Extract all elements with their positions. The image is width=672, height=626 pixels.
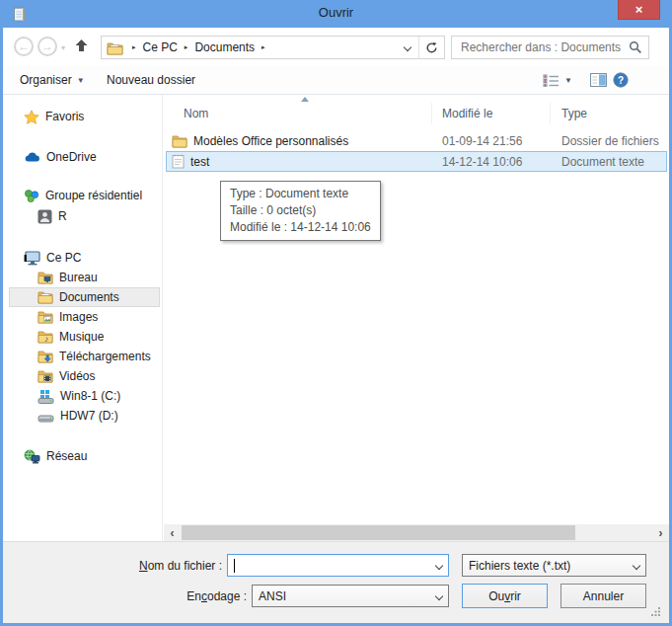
downloads-folder-icon: [37, 350, 53, 363]
encoding-select[interactable]: ANSI: [252, 585, 449, 607]
chevron-down-icon: [632, 561, 639, 569]
pictures-folder-icon: [37, 310, 53, 324]
scrollbar-thumb[interactable]: [182, 525, 575, 540]
horizontal-scrollbar[interactable]: ‹ ›: [164, 524, 669, 541]
sidebar-item-onedrive[interactable]: OneDrive: [3, 147, 162, 167]
back-button[interactable]: ←: [14, 37, 34, 56]
new-folder-button[interactable]: Nouveau dossier: [101, 66, 201, 94]
resize-grip-icon[interactable]: [650, 606, 661, 617]
sidebar-item-label: Groupe résidentiel: [45, 189, 142, 202]
file-name: Modèles Office personnalisés: [193, 134, 348, 148]
cancel-button-label: Annuler: [583, 589, 624, 603]
sidebar-item-drive-c[interactable]: Win8-1 (C:): [3, 386, 162, 406]
breadcrumb: ▸ Ce PC ▸ Documents ▸: [101, 36, 445, 59]
text-file-icon: [172, 154, 185, 169]
desktop-folder-icon: [37, 271, 53, 284]
sidebar-item-documents[interactable]: Documents: [9, 287, 160, 307]
filetype-dropdown-button[interactable]: [627, 563, 645, 569]
text-cursor: [234, 559, 235, 573]
star-icon: [24, 110, 39, 124]
close-button[interactable]: ×: [618, 0, 660, 20]
sidebar-item-ce-pc[interactable]: Ce PC: [3, 248, 162, 268]
filetype-value: Fichiers texte (*.txt): [469, 559, 570, 573]
sidebar-item-favoris[interactable]: Favoris: [3, 107, 162, 126]
search-icon[interactable]: [629, 40, 642, 54]
sidebar-item-images[interactable]: Images: [3, 307, 162, 327]
sidebar-item-user-r[interactable]: R: [3, 206, 162, 226]
sidebar-item-videos[interactable]: Vidéos: [3, 366, 162, 386]
sidebar-item-musique[interactable]: ♪ Musique: [3, 327, 162, 347]
search-input[interactable]: [461, 40, 629, 54]
change-view-button[interactable]: ▼: [537, 66, 578, 94]
file-type: Document texte: [551, 155, 666, 169]
column-header-row: Nom Modifié le Type: [164, 103, 669, 124]
homegroup-icon: [24, 189, 39, 203]
breadcrumb-item-documents[interactable]: Documents: [194, 40, 255, 54]
scroll-right-arrow[interactable]: ›: [652, 524, 669, 541]
details-view-icon: [543, 74, 560, 87]
address-dropdown-button[interactable]: [397, 37, 418, 58]
navigation-bar: ← → ▾ ▸ Ce PC ▸ Documents ▸: [3, 28, 669, 66]
refresh-button[interactable]: [419, 37, 444, 58]
dialog-footer: Nom du fichier : Fichiers texte (*.txt) …: [3, 541, 669, 623]
sidebar-item-label: Ce PC: [46, 251, 81, 265]
sidebar-item-reseau[interactable]: Réseau: [3, 446, 162, 466]
breadcrumb-separator: ▸: [132, 43, 136, 51]
forward-button[interactable]: →: [37, 37, 57, 56]
documents-folder-icon: [37, 290, 53, 304]
filename-input[interactable]: [227, 554, 449, 577]
chevron-down-icon: [434, 561, 442, 569]
chevron-down-icon: ▼: [564, 76, 572, 85]
column-header-modifie-le[interactable]: Modifié le: [432, 103, 551, 124]
filename-label: Nom du fichier :: [3, 559, 222, 573]
breadcrumb-separator: ▸: [185, 43, 188, 51]
column-header-type[interactable]: Type: [551, 103, 669, 124]
cloud-icon: [24, 151, 40, 163]
organize-label: Organiser: [20, 73, 72, 87]
file-list-pane: Nom Modifié le Type Modèles Office perso…: [164, 95, 669, 541]
sidebar-item-label: Téléchargements: [59, 350, 151, 363]
file-type: Dossier de fichiers: [551, 134, 666, 148]
help-button[interactable]: ?: [607, 66, 635, 94]
sort-ascending-icon: [301, 97, 309, 102]
sidebar-item-label: R: [58, 209, 67, 223]
open-button[interactable]: Ouvrir: [462, 584, 548, 608]
filename-dropdown-button[interactable]: [429, 563, 448, 569]
sidebar-item-bureau[interactable]: Bureau: [3, 268, 162, 287]
search-box: [451, 36, 649, 59]
chevron-down-icon: [404, 43, 411, 51]
scroll-left-arrow[interactable]: ‹: [164, 524, 181, 541]
help-icon: ?: [613, 72, 629, 88]
breadcrumb-item-ce-pc[interactable]: Ce PC: [143, 40, 178, 54]
recent-locations-dropdown[interactable]: ▾: [61, 43, 65, 52]
filetype-select[interactable]: Fichiers texte (*.txt): [462, 554, 646, 577]
file-row-modeles-office[interactable]: Modèles Office personnalisés 01-09-14 21…: [166, 130, 667, 151]
sidebar-item-label: Bureau: [59, 271, 98, 284]
sidebar-item-drive-d[interactable]: HDW7 (D:): [3, 406, 162, 426]
system-drive-icon: [37, 389, 54, 404]
music-folder-icon: ♪: [37, 330, 53, 344]
drive-icon: [37, 409, 54, 424]
title-bar[interactable]: Ouvrir ×: [3, 0, 669, 28]
network-icon: [24, 449, 40, 464]
sidebar-item-label: Réseau: [46, 449, 87, 463]
chevron-down-icon: ▼: [77, 76, 85, 85]
chevron-down-icon: [434, 591, 442, 599]
sidebar-item-groupe-residentiel[interactable]: Groupe résidentiel: [3, 186, 162, 205]
breadcrumb-separator: ▸: [261, 43, 265, 51]
organize-button[interactable]: Organiser ▼: [14, 66, 91, 94]
videos-folder-icon: [37, 369, 53, 383]
file-modified: 01-09-14 21:56: [432, 134, 551, 148]
cancel-button[interactable]: Annuler: [560, 584, 646, 608]
file-row-test[interactable]: test 14-12-14 10:06 Document texte: [166, 151, 667, 172]
column-header-nom[interactable]: Nom: [164, 103, 432, 124]
svg-text:♪: ♪: [44, 334, 48, 344]
back-icon: ←: [18, 39, 30, 53]
sidebar-item-label: Favoris: [45, 110, 84, 123]
new-folder-label: Nouveau dossier: [107, 73, 195, 87]
up-button[interactable]: [74, 38, 89, 57]
encoding-dropdown-button[interactable]: [429, 593, 448, 599]
close-icon: ×: [635, 2, 643, 17]
sidebar-item-telechargements[interactable]: Téléchargements: [3, 347, 162, 366]
up-arrow-icon: [74, 38, 89, 53]
